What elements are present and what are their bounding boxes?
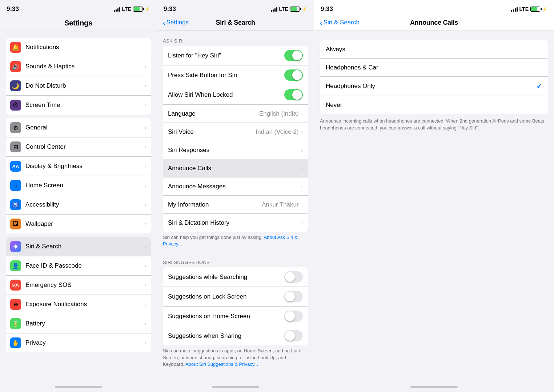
lte-label-1: LTE — [122, 6, 131, 12]
settings-row-battery[interactable]: 🔋 Battery › — [6, 314, 151, 333]
announce-headphones-only-row[interactable]: Headphones Only ✓ — [320, 77, 548, 96]
battery-row-icon: 🔋 — [10, 318, 21, 329]
language-label: Language — [168, 110, 259, 117]
announce-calls-label: Announce Calls — [168, 165, 301, 172]
siri-search-panel: 9:33 LTE ⚡ ‹ Settings Siri & Search ASK … — [157, 0, 314, 392]
notifications-icon: 🔔 — [10, 42, 21, 53]
notifications-chevron: › — [145, 44, 146, 51]
suggestions-lockscreen-row[interactable]: Suggestions on Lock Screen — [163, 287, 308, 307]
controlcenter-icon: ⊞ — [10, 141, 21, 152]
display-icon: AA — [10, 161, 21, 172]
siri-suggestions-privacy-link[interactable]: About Siri Suggestions & Privacy... — [185, 361, 258, 367]
settings-row-general[interactable]: ⚙ General › — [6, 118, 151, 137]
siri-scroll[interactable]: ASK SIRI Listen for "Hey Siri" Press Sid… — [157, 31, 314, 381]
announce-always-row[interactable]: Always — [320, 40, 548, 59]
suggestions-searching-label: Suggestions while Searching — [168, 273, 284, 281]
accessibility-label: Accessibility — [25, 201, 143, 208]
language-row[interactable]: Language English (India) › — [163, 105, 308, 123]
home-bar-2 — [212, 386, 259, 388]
status-bar-3: 9:33 LTE ⚡ — [314, 0, 554, 16]
siri-label: Siri & Search — [25, 243, 143, 250]
dictation-history-row[interactable]: Siri & Dictation History › — [163, 214, 308, 232]
wallpaper-chevron: › — [145, 221, 146, 227]
siri-locked-toggle-knob — [292, 90, 302, 100]
siri-locked-row[interactable]: Allow Siri When Locked — [163, 85, 308, 105]
settings-section-3: Siri & Search › 👤 Face ID & Passcode › S… — [6, 237, 151, 352]
general-label: General — [25, 124, 143, 131]
siri-responses-row[interactable]: Siri Responses › — [163, 141, 308, 159]
announce-calls-row[interactable]: Announce Calls › — [163, 159, 308, 177]
side-button-label: Press Side Button for Siri — [168, 72, 284, 79]
suggestions-homescreen-knob — [285, 311, 295, 321]
battery-label: Battery — [25, 320, 143, 327]
suggestions-searching-toggle[interactable] — [284, 271, 303, 283]
ask-siri-header: ASK SIRI — [157, 31, 314, 46]
settings-row-sounds[interactable]: 🔊 Sounds & Haptics › — [6, 57, 151, 76]
dnd-chevron: › — [145, 83, 146, 89]
settings-row-faceid[interactable]: 👤 Face ID & Passcode › — [6, 256, 151, 276]
suggestions-lockscreen-label: Suggestions on Lock Screen — [168, 293, 284, 300]
suggestions-lockscreen-toggle[interactable] — [284, 291, 303, 302]
suggestions-homescreen-toggle[interactable] — [284, 311, 303, 322]
suggestions-sharing-knob — [285, 331, 295, 341]
back-to-settings-btn[interactable]: ‹ Settings — [163, 19, 189, 26]
status-icons-3: LTE ⚡ — [511, 6, 547, 12]
settings-row-notifications[interactable]: 🔔 Notifications › — [6, 38, 151, 57]
announce-footer: Announce incoming calls when headphones … — [314, 114, 554, 137]
my-info-row[interactable]: My Information Ankur Thakur › — [163, 196, 308, 214]
faceid-icon: 👤 — [10, 260, 21, 271]
suggestions-searching-row[interactable]: Suggestions while Searching — [163, 267, 308, 287]
siri-icon — [10, 241, 21, 252]
announce-scroll[interactable]: Always Headphones & Car Headphones Only … — [314, 31, 554, 381]
display-label: Display & Brightness — [25, 163, 143, 170]
siri-locked-toggle[interactable] — [284, 89, 303, 100]
status-icons-2: LTE ⚡ — [271, 6, 307, 12]
settings-row-privacy[interactable]: ✋ Privacy › — [6, 333, 151, 352]
wallpaper-label: Wallpaper — [25, 220, 143, 228]
announce-calls-panel: 9:33 LTE ⚡ ‹ Siri & Search Announce Call… — [314, 0, 554, 392]
settings-row-sos[interactable]: SOS Emergency SOS › — [6, 276, 151, 295]
settings-row-wallpaper[interactable]: 🖼 Wallpaper › — [6, 215, 151, 233]
home-bar-3 — [410, 386, 458, 388]
siri-nav-bar: ‹ Settings Siri & Search — [157, 16, 314, 31]
settings-row-exposure[interactable]: ❋ Exposure Notifications › — [6, 295, 151, 314]
settings-row-screentime[interactable]: ⏱ Screen Time › — [6, 96, 151, 115]
suggestions-lockscreen-knob — [285, 292, 295, 301]
settings-row-siri[interactable]: Siri & Search › — [6, 237, 151, 256]
battery-icon-2 — [290, 7, 300, 12]
siri-voice-value: Indian (Voice 2) — [256, 128, 299, 136]
screentime-chevron: › — [145, 102, 146, 108]
ask-siri-section: Listen for "Hey Siri" Press Side Button … — [163, 46, 308, 232]
settings-nav-bar: Settings — [0, 16, 157, 32]
back-to-siri-btn[interactable]: ‹ Siri & Search — [320, 19, 360, 26]
suggestions-homescreen-row[interactable]: Suggestions on Home Screen — [163, 307, 308, 326]
signal-icon-3 — [511, 7, 518, 12]
signal-icon-2 — [271, 7, 277, 12]
settings-row-dnd[interactable]: 🌙 Do Not Disturb › — [6, 76, 151, 96]
settings-row-display[interactable]: AA Display & Brightness › — [6, 157, 151, 176]
privacy-icon: ✋ — [10, 337, 21, 348]
settings-scroll[interactable]: 🔔 Notifications › 🔊 Sounds & Haptics › 🌙… — [0, 32, 157, 381]
siri-voice-row[interactable]: Siri Voice Indian (Voice 2) › — [163, 123, 308, 141]
side-button-row[interactable]: Press Side Button for Siri — [163, 65, 308, 85]
suggestions-sharing-toggle[interactable] — [284, 330, 303, 341]
settings-row-accessibility[interactable]: ♿ Accessibility › — [6, 195, 151, 215]
announce-never-row[interactable]: Never — [320, 96, 548, 114]
hey-siri-toggle[interactable] — [284, 50, 303, 61]
dictation-history-chevron: › — [301, 220, 303, 226]
settings-row-homescreen[interactable]: ⠿ Home Screen › — [6, 176, 151, 195]
sounds-chevron: › — [145, 63, 146, 70]
hey-siri-row[interactable]: Listen for "Hey Siri" — [163, 46, 308, 65]
bolt-icon-2: ⚡ — [302, 7, 307, 12]
dnd-icon: 🌙 — [10, 80, 21, 91]
back-siri-label: Siri & Search — [324, 19, 360, 26]
announce-messages-row[interactable]: Announce Messages › — [163, 177, 308, 196]
announce-calls-chevron: › — [301, 165, 303, 172]
side-button-toggle[interactable] — [284, 69, 303, 81]
settings-title: Settings — [64, 19, 92, 27]
announce-headphones-car-row[interactable]: Headphones & Car — [320, 59, 548, 77]
suggestions-sharing-row[interactable]: Suggestions when Sharing — [163, 326, 308, 345]
announce-options-section: Always Headphones & Car Headphones Only … — [320, 40, 548, 114]
suggestions-searching-knob — [285, 272, 295, 282]
settings-row-controlcenter[interactable]: ⊞ Control Center › — [6, 137, 151, 157]
